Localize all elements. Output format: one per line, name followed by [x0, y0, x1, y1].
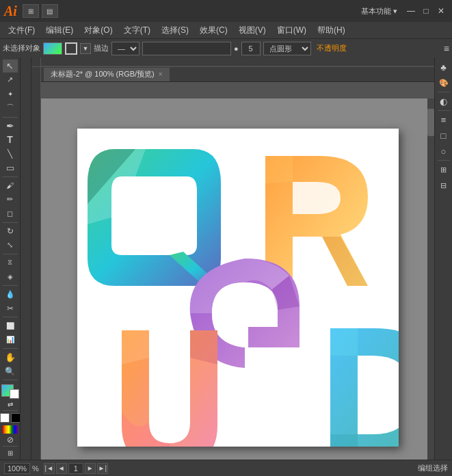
paintbrush-tool-btn[interactable]: 🖌 [3, 179, 18, 192]
status-bar: % |◄ ◄ ► ►| 编组选择 [0, 460, 452, 476]
no-selection-label: 未选择对象 [3, 43, 40, 53]
nav-prev-btn[interactable]: ◄ [56, 463, 67, 474]
stroke-mode-btn[interactable] [11, 413, 21, 423]
nav-last-btn[interactable]: ►| [97, 463, 108, 474]
ruler-row-top [31, 57, 434, 67]
right-panel-btn-7[interactable]: ⊞ [437, 163, 451, 176]
magic-wand-tool-btn[interactable]: ✦ [3, 88, 18, 101]
zoom-field[interactable] [4, 463, 30, 474]
workspace-label[interactable]: 基本功能 ▾ [361, 6, 397, 16]
right-panel-btn-8[interactable]: ⊟ [437, 178, 451, 192]
canvas-vscrollbar[interactable] [427, 98, 434, 460]
rect-tool-btn[interactable]: ▭ [3, 161, 18, 174]
color-mode-btns [0, 413, 21, 423]
stroke-icon-btn[interactable]: ▼ [80, 43, 91, 54]
tool-separator-5 [3, 285, 18, 286]
blend-tool-btn[interactable]: ⧖ [3, 256, 18, 269]
none-swatch[interactable]: ⊘ [7, 435, 14, 445]
close-button[interactable]: ✕ [434, 4, 448, 18]
fill-mode-btn[interactable] [0, 413, 10, 423]
change-screen-mode-btn[interactable]: ⊞ [8, 449, 13, 457]
stroke-color-box[interactable] [10, 389, 19, 399]
left-toolbar: ↖ ↗ ✦ ⌒ ✒ T ╲ ▭ 🖌 ✏ ◻ ↻ ⤡ ⧖ ◈ 💧 ✂ ⬜ 📊 ✋ … [0, 57, 21, 460]
swap-colors-icon[interactable]: ⇄ [8, 401, 13, 408]
scissors-tool-btn[interactable]: ✂ [3, 302, 18, 315]
app-logo: Ai [4, 3, 17, 19]
scale-tool-btn[interactable]: ⤡ [3, 239, 18, 252]
tool-separator-2 [3, 176, 18, 177]
opacity-label[interactable]: 不透明度 [317, 43, 347, 53]
horizontal-ruler [41, 57, 434, 67]
nav-first-btn[interactable]: |◄ [44, 463, 55, 474]
menu-bar: 文件(F) 编辑(E) 对象(O) 文字(T) 选择(S) 效果(C) 视图(V… [0, 22, 452, 38]
gradient-swatch[interactable] [3, 425, 18, 434]
canvas-tab-close[interactable]: × [159, 70, 163, 78]
eyedropper-tool-btn[interactable]: 💧 [3, 288, 18, 301]
eraser-tool-btn[interactable]: ◻ [3, 207, 18, 220]
artboard [77, 129, 399, 447]
status-info: 编组选择 [418, 463, 448, 473]
shape-dropdown[interactable]: 点圆形 [263, 42, 311, 55]
options-extra-icon[interactable]: ≡ [444, 43, 449, 54]
lasso-tool-btn[interactable]: ⌒ [3, 102, 18, 115]
canvas-ruler-area: 未标题-2* @ 100% (RGB/预览) × [31, 67, 434, 460]
line-tool-btn[interactable]: ╲ [3, 148, 18, 161]
minimize-button[interactable]: — [404, 4, 418, 18]
type-tool-btn[interactable]: T [3, 133, 18, 146]
zoom-percent: % [32, 464, 39, 473]
right-panel-btn-5[interactable]: □ [437, 129, 451, 142]
graph-tool-btn[interactable]: 📊 [3, 334, 18, 347]
stroke-label: 描边 [94, 43, 109, 53]
fill-color-swatch[interactable] [43, 42, 62, 55]
menu-select[interactable]: 选择(S) [156, 23, 194, 38]
main-column: 未标题-2* @ 100% (RGB/预览) × [31, 57, 434, 460]
page-field[interactable] [68, 463, 83, 474]
tool-separator-9 [3, 410, 18, 411]
menu-view[interactable]: 视图(V) [233, 23, 271, 38]
hand-tool-btn[interactable]: ✋ [3, 351, 18, 364]
tool-separator-3 [3, 222, 18, 223]
right-panel-btn-6[interactable]: ○ [437, 144, 451, 158]
menu-object[interactable]: 对象(O) [79, 23, 118, 38]
left-toolbar2 [21, 57, 31, 460]
right-panel-btn-2[interactable]: 🎨 [437, 76, 451, 90]
canvas-tab-title: 未标题-2* @ 100% (RGB/预览) [51, 69, 155, 79]
gradient-tool-btn[interactable]: ◈ [3, 270, 18, 283]
menu-edit[interactable]: 编辑(E) [40, 23, 79, 38]
workspace-icon-btn[interactable]: ⊞ [23, 4, 39, 18]
stroke-dropdown[interactable]: — [111, 42, 139, 55]
right-panel-sep-1 [438, 92, 450, 92]
content-row: ↖ ↗ ✦ ⌒ ✒ T ╲ ▭ 🖌 ✏ ◻ ↻ ⤡ ⧖ ◈ 💧 ✂ ⬜ 📊 ✋ … [0, 57, 452, 460]
pencil-tool-btn[interactable]: ✏ [3, 193, 18, 206]
pt-size-field[interactable] [241, 42, 261, 55]
canvas-tab[interactable]: 未标题-2* @ 100% (RGB/预览) × [44, 68, 170, 81]
tool-separator-1 [3, 117, 18, 118]
canvas-content [41, 98, 434, 460]
right-panel-btn-1[interactable]: ♣ [437, 60, 451, 74]
letter-D [330, 328, 399, 447]
menu-help[interactable]: 帮助(H) [312, 23, 351, 38]
right-panel-btn-3[interactable]: ◐ [437, 94, 451, 108]
arrange-icon-btn[interactable]: ▤ [42, 4, 58, 18]
artboard-tool-btn[interactable]: ⬜ [3, 319, 18, 332]
stroke-color-swatch[interactable] [65, 42, 77, 55]
right-panel: ♣ 🎨 ◐ ≡ □ ○ ⊞ ⊟ [434, 57, 452, 460]
right-panel-btn-4[interactable]: ≡ [437, 113, 451, 127]
nav-next-btn[interactable]: ► [85, 463, 96, 474]
tool-separator-8 [3, 380, 18, 380]
menu-effect[interactable]: 效果(C) [194, 23, 233, 38]
zoom-tool-btn[interactable]: 🔍 [3, 365, 18, 378]
canvas-tab-bar: 未标题-2* @ 100% (RGB/预览) × [41, 67, 434, 82]
select-tool-btn[interactable]: ↖ [3, 60, 18, 72]
rotate-tool-btn[interactable]: ↻ [3, 225, 18, 238]
vscroll-thumb[interactable] [427, 109, 434, 136]
menu-window[interactable]: 窗口(W) [271, 23, 312, 38]
pen-tool-btn[interactable]: ✒ [3, 119, 18, 132]
vertical-ruler [31, 67, 41, 460]
menu-type[interactable]: 文字(T) [118, 23, 156, 38]
color-boxes[interactable] [1, 384, 19, 398]
direct-select-tool-btn[interactable]: ↗ [3, 74, 18, 87]
menu-file[interactable]: 文件(F) [3, 23, 40, 38]
maximize-button[interactable]: □ [419, 4, 433, 18]
title-bar: Ai ⊞ ▤ 基本功能 ▾ — □ ✕ [0, 0, 452, 22]
